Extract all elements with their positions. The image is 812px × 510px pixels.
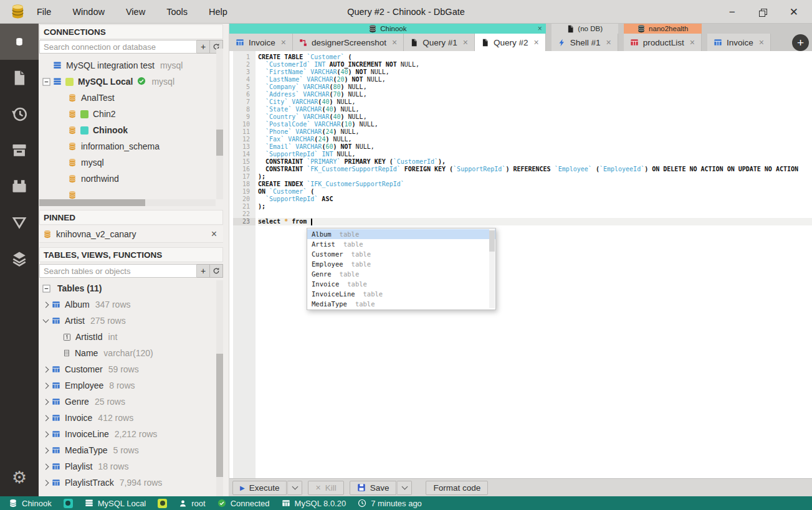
settings-gear-icon[interactable]: ⚙	[0, 463, 39, 493]
rail-archive-button[interactable]	[0, 132, 39, 168]
add-object-button[interactable]: +	[197, 264, 210, 278]
code-line[interactable]: `SupportRepId` ASC	[258, 196, 812, 203]
code-line[interactable]: `City` VARCHAR(40) NULL,	[258, 98, 812, 106]
connection-mysql[interactable]: mysql	[54, 154, 216, 171]
status-7-minutes-ago[interactable]: 7 minutes ago	[358, 499, 422, 508]
autocomplete-item-employee[interactable]: Employeetable	[307, 259, 495, 269]
code-line[interactable]: `Email` VARCHAR(60) NOT NULL,	[258, 143, 812, 151]
autocomplete-item-artist[interactable]: Artisttable	[307, 239, 495, 249]
execute-button[interactable]: ▶ Execute	[232, 481, 287, 495]
object-invoiceline[interactable]: InvoiceLine2,212 rows	[39, 426, 216, 442]
save-dropdown-button[interactable]	[397, 481, 412, 495]
chevron-right-icon[interactable]	[42, 301, 49, 308]
tab-shell-1[interactable]: Shell #1×	[552, 34, 618, 51]
object-mediatype[interactable]: MediaType5 rows	[39, 442, 216, 458]
autocomplete-scroll-thumb[interactable]	[489, 230, 495, 252]
save-button[interactable]: Save	[350, 481, 397, 495]
tab-group-header[interactable]: (no DB)	[552, 24, 618, 34]
collapse-icon[interactable]	[42, 78, 50, 86]
tab-query-2[interactable]: Query #2×	[475, 34, 546, 51]
connection-analtest[interactable]: AnalTest	[54, 90, 216, 106]
tab-invoice[interactable]: Invoice×	[229, 34, 293, 51]
connection-northwind[interactable]: northwind	[54, 171, 216, 187]
object-employee[interactable]: Employee8 rows	[39, 377, 216, 394]
code-line[interactable]: `SupportRepId` INT NULL,	[258, 151, 812, 158]
code-line[interactable]: );	[258, 203, 812, 210]
code-line[interactable]: ​	[258, 210, 812, 218]
color-swatch-icon[interactable]	[158, 499, 167, 508]
object-album[interactable]: Album347 rows	[39, 296, 216, 313]
close-tab-icon[interactable]: ×	[690, 37, 695, 47]
kill-button[interactable]: × Kill	[308, 481, 343, 495]
rail-file-button[interactable]	[0, 60, 39, 96]
code-line[interactable]: CONSTRAINT `PRIMARY` PRIMARY KEY (`Custo…	[258, 158, 812, 166]
autocomplete-item-mediatype[interactable]: MediaTypetable	[307, 299, 495, 309]
chevron-right-icon[interactable]	[42, 366, 49, 372]
chevron-right-icon[interactable]	[42, 479, 49, 486]
tab-designerscreenshot[interactable]: designerScreenshot×	[293, 34, 404, 51]
autocomplete-item-invoice[interactable]: Invoicetable	[307, 279, 495, 289]
connections-vscrollbar[interactable]	[216, 49, 223, 199]
code-line[interactable]: ON `Customer` (	[258, 188, 812, 196]
status-connected[interactable]: Connected	[217, 499, 270, 508]
close-group-icon[interactable]: ×	[538, 24, 542, 33]
code-line[interactable]: );	[258, 173, 812, 181]
rail-plugin-button[interactable]	[0, 168, 39, 204]
autocomplete-item-customer[interactable]: Customertable	[307, 249, 495, 259]
object-artist[interactable]: Artist275 rows	[39, 313, 216, 329]
add-connection-button[interactable]: +	[197, 40, 210, 54]
vscroll-thumb[interactable]	[216, 130, 223, 156]
autocomplete-item-genre[interactable]: Genretable	[307, 269, 495, 279]
tab-invoice[interactable]: Invoice×	[707, 34, 771, 51]
autocomplete-item-invoiceline[interactable]: InvoiceLinetable	[307, 289, 495, 299]
code-line[interactable]: CONSTRAINT `FK_CustomerSupportRepId` FOR…	[258, 166, 812, 173]
status-mysql-8-0-20[interactable]: MySQL 8.0.20	[282, 499, 346, 508]
close-tab-icon[interactable]: ×	[281, 37, 286, 47]
chevron-right-icon[interactable]	[42, 463, 49, 470]
code-line[interactable]: `Country` VARCHAR(40) NULL,	[258, 113, 812, 121]
objects-vscrollbar[interactable]	[216, 280, 223, 496]
autocomplete-item-album[interactable]: Albumtable	[307, 229, 495, 239]
close-tab-icon[interactable]: ×	[533, 37, 538, 47]
code-line[interactable]: `FirstName` VARCHAR(40) NOT NULL,	[258, 68, 812, 76]
tab-group-header[interactable]: Chinook×	[229, 24, 546, 34]
object-invoice[interactable]: Invoice412 rows	[39, 410, 216, 426]
tab-group-header[interactable]	[707, 24, 771, 34]
close-tab-icon[interactable]: ×	[392, 37, 397, 47]
connection-mysql-local[interactable]: MySQL Localmysql	[39, 73, 216, 90]
color-swatch-icon[interactable]	[64, 499, 73, 508]
code-line[interactable]: `CustomerId` INT AUTO_INCREMENT NOT NULL…	[258, 61, 812, 68]
menu-view[interactable]: View	[126, 7, 145, 17]
connections-hscrollbar[interactable]	[39, 199, 216, 206]
pinned-item[interactable]: knihovna_v2_canary ×	[39, 226, 223, 243]
object-playlist[interactable]: Playlist18 rows	[39, 458, 216, 475]
code-line[interactable]: CREATE INDEX `IFK_CustomerSupportRepId`	[258, 181, 812, 188]
unpin-close-icon[interactable]: ×	[211, 229, 217, 240]
tab-group-header[interactable]: nano2health	[624, 24, 702, 34]
collapse-icon[interactable]	[42, 285, 50, 293]
autocomplete-scrollbar[interactable]	[489, 229, 495, 308]
object-playlisttrack[interactable]: PlaylistTrack7,994 rows	[39, 475, 216, 491]
connection-information-schema[interactable]: information_schema	[54, 138, 216, 154]
connection-item[interactable]	[54, 187, 216, 199]
restore-icon[interactable]	[759, 9, 766, 16]
objects-search-input[interactable]	[39, 264, 197, 278]
code-line[interactable]: `LastName` VARCHAR(20) NOT NULL,	[258, 76, 812, 83]
close-tab-icon[interactable]: ×	[606, 37, 611, 47]
menu-help[interactable]: Help	[209, 7, 227, 17]
rail-history-button[interactable]	[0, 96, 39, 132]
code-line[interactable]: select * from	[258, 218, 812, 225]
close-tab-icon[interactable]: ×	[463, 37, 468, 47]
status-chinook[interactable]: Chinook	[9, 499, 52, 508]
chevron-right-icon[interactable]	[42, 399, 49, 405]
rail-layers-button[interactable]	[0, 240, 39, 276]
chevron-right-icon[interactable]	[42, 447, 49, 453]
minimize-icon[interactable]: −	[729, 7, 735, 17]
code-line[interactable]: `Phone` VARCHAR(24) NULL,	[258, 128, 812, 136]
chevron-right-icon[interactable]	[42, 382, 49, 389]
code-line[interactable]: `State` VARCHAR(40) NULL,	[258, 106, 812, 113]
connections-search-input[interactable]	[39, 40, 197, 54]
status-root[interactable]: root	[179, 499, 205, 508]
chevron-down-icon[interactable]	[42, 317, 49, 323]
code-line[interactable]: CREATE TABLE `Customer` (	[258, 54, 812, 61]
